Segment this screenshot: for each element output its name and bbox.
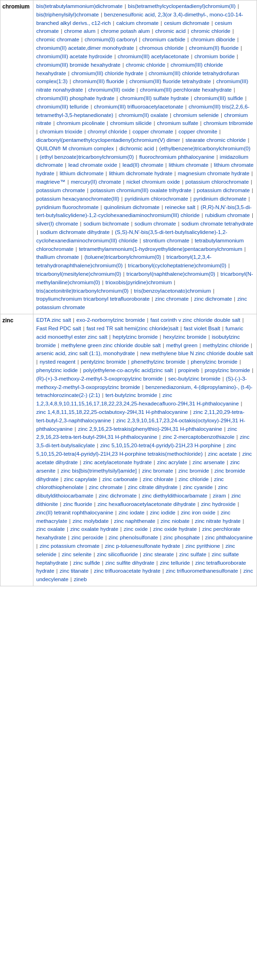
compound-link[interactable]: fast red TR salt hemi(zinc chloride)salt xyxy=(87,326,178,331)
compound-link[interactable]: lithium dichromate xyxy=(60,171,104,176)
compound-link[interactable]: zinc iodate xyxy=(119,510,145,515)
compound-link[interactable]: chromium(III) fluoride tetrahydrate xyxy=(129,78,211,84)
compound-link[interactable]: zinc phenolsulfonate xyxy=(109,535,158,540)
compound-link[interactable]: fast corinth v zinc chloride double salt xyxy=(150,317,240,323)
compound-link[interactable]: chromic acid xyxy=(155,28,186,34)
compound-link[interactable]: zinc nitrate hydrate xyxy=(195,518,241,524)
compound-link[interactable]: chromium trioxide xyxy=(40,129,82,134)
compound-link[interactable]: quinolinium dichromate xyxy=(104,204,160,210)
compound-link[interactable]: zinc naphthenate xyxy=(114,518,155,524)
compound-link[interactable]: zinc citrate dihydrate xyxy=(128,484,177,490)
compound-link[interactable]: zinc pyrithione xyxy=(185,543,220,549)
compound-link[interactable]: zinc trifluoromethanesulfonate xyxy=(166,568,238,574)
compound-link[interactable]: zinc bromate xyxy=(142,468,173,474)
compound-link[interactable]: zinc 2,9,16,23-tetrakis(phenylthio)-29H,… xyxy=(78,426,222,432)
compound-link[interactable]: zinc diethyldithiocarbamate xyxy=(142,493,208,498)
compound-link[interactable]: QUILON® M chromium complex xyxy=(36,146,114,151)
compound-link[interactable]: sodium dichromate dihydrate xyxy=(40,229,110,235)
compound-link[interactable]: lithium chromate xyxy=(169,162,209,168)
compound-link[interactable]: phenylzinc iodide xyxy=(36,367,78,373)
compound-link[interactable]: zinc oxide xyxy=(124,526,148,532)
compound-link[interactable]: chromium(III) fluoride xyxy=(73,78,124,84)
compound-link[interactable]: tricarbonyl(mesitylene)chromium(0) xyxy=(36,271,121,277)
compound-link[interactable]: zinc sulfate xyxy=(179,552,207,557)
compound-link[interactable]: chromium(III) phosphate hydrate xyxy=(36,95,114,101)
compound-link[interactable]: zinc arsenate xyxy=(193,459,225,465)
compound-link[interactable]: cesium dichromate xyxy=(164,20,209,26)
compound-link[interactable]: lead(II) chromate xyxy=(122,162,163,168)
compound-link[interactable]: zinc stearate xyxy=(143,552,174,557)
compound-link[interactable]: potassium chromium(III) oxalate trihydra… xyxy=(90,187,192,193)
compound-link[interactable]: zinc chromate xyxy=(89,484,123,490)
compound-link[interactable]: (toluene)tricarbonylchromium(0) xyxy=(84,254,161,260)
compound-link[interactable]: calcium chromate xyxy=(116,20,159,26)
compound-link[interactable]: chromium(III) trifluoroacetylacetonate xyxy=(94,104,184,109)
compound-link[interactable]: tetramethylammonium(1-hydroxyethylidene)… xyxy=(79,246,242,252)
compound-link[interactable]: zineb xyxy=(74,576,87,582)
compound-link[interactable]: chromium(III) telluride xyxy=(36,104,88,109)
compound-link[interactable]: chromium(III) sulfide xyxy=(194,95,243,101)
compound-link[interactable]: zinc 2-mercaptobenzothiazole xyxy=(162,434,234,440)
compound-link[interactable]: tris(benzoylacetonato)chromium xyxy=(134,288,211,294)
compound-link[interactable]: zinc 5,10,15,20-tetra(4-pyridyl)-21H,23 … xyxy=(100,443,221,448)
compound-link[interactable]: trioxobis(pyridine)chromium xyxy=(105,280,172,285)
compound-link[interactable]: rubidium chromate xyxy=(205,212,249,218)
compound-link[interactable]: zinc acetate xyxy=(208,451,237,457)
compound-link[interactable]: zinc(II) tetranit rophthalocyanine xyxy=(36,510,113,515)
compound-link[interactable]: chromium carbide xyxy=(142,37,185,42)
compound-link[interactable]: chromium(III) bromide hexahydrate xyxy=(36,62,120,68)
compound-link[interactable]: chromium(III) oxide xyxy=(88,87,135,93)
compound-link[interactable]: heptylzinc bromide xyxy=(112,334,158,340)
compound-link[interactable]: chromium(II) acetate,dimer monohydrate xyxy=(36,45,134,51)
compound-link[interactable]: mercury(II) chromate xyxy=(71,179,121,185)
compound-link[interactable]: zinc hexafluoroacetylacetonate dihydrate xyxy=(97,501,195,507)
compound-link[interactable]: pyridinium dichromate xyxy=(193,196,247,202)
compound-link[interactable]: fast violet Bsalt xyxy=(184,326,220,331)
compound-link[interactable]: lithium dichromate hydrate xyxy=(109,171,172,176)
compound-link[interactable]: EDTA zinc salt xyxy=(36,317,71,323)
compound-link[interactable]: zinc iron oxide xyxy=(181,510,216,515)
compound-link[interactable]: magnesium chromate hydrate xyxy=(178,171,249,176)
compound-link[interactable]: chromium picolinate xyxy=(56,120,104,126)
compound-link[interactable]: zinc telluride xyxy=(160,560,190,566)
compound-link[interactable]: zinc hydroxide xyxy=(201,501,236,507)
compound-link[interactable]: zinc dichromate xyxy=(194,296,232,302)
compound-link[interactable]: reinecke salt xyxy=(165,204,195,210)
compound-link[interactable]: chrome potash alum xyxy=(101,28,150,34)
compound-link[interactable]: silver(I) chromate xyxy=(36,221,78,226)
compound-link[interactable]: zinc bis[bis(trimethylsilyl)amide] xyxy=(61,468,137,474)
compound-link[interactable]: chromium(III) sulfate hydrate xyxy=(120,95,189,101)
compound-link[interactable]: zinc titanate xyxy=(60,568,88,574)
compound-link[interactable]: chromous chloride xyxy=(139,45,184,51)
compound-link[interactable]: sec-butylzinc bromide xyxy=(168,376,220,381)
compound-link[interactable]: hexylzinc bromide xyxy=(163,334,207,340)
compound-link[interactable]: stearate chromic chloride xyxy=(185,137,246,143)
compound-link[interactable]: propylzinc bromide xyxy=(205,367,250,373)
compound-link[interactable]: (ethyl benzoate)tricarbonylchromium(0) xyxy=(40,154,134,160)
compound-link[interactable]: chromium sulfate xyxy=(157,120,199,126)
compound-link[interactable]: tropyliumchromium tricarbonyl tetrafluor… xyxy=(36,296,150,302)
compound-link[interactable]: chromic chromate xyxy=(36,37,79,42)
compound-link[interactable]: zinc chlorate xyxy=(143,476,174,482)
compound-link[interactable]: (R)-(+)-3-methoxy-2-methyl-3-oxopropylzi… xyxy=(36,376,163,381)
compound-link[interactable]: chromic chloride xyxy=(191,28,231,34)
compound-link[interactable]: tricarbonyl(cycloheptatriene)chromium(0) xyxy=(128,263,226,268)
compound-link[interactable]: zinc oxalate hydrate xyxy=(70,526,118,532)
compound-link[interactable]: dichromic acid xyxy=(119,146,154,151)
compound-link[interactable]: tricarbonyl(naphthalene)chromium(0) xyxy=(127,271,216,277)
compound-link[interactable]: sodium chromate xyxy=(135,221,176,226)
compound-link[interactable]: chromium(III) chloride hydrate xyxy=(72,70,144,76)
compound-link[interactable]: zinc phosphate xyxy=(163,535,200,540)
compound-link[interactable]: pyridinium chlorochromate xyxy=(125,196,188,202)
compound-link[interactable]: tert-butylzinc bromide xyxy=(105,392,157,398)
compound-link[interactable]: chromium(II) oxalate xyxy=(119,112,168,118)
compound-link[interactable]: phenethylzinc bromide xyxy=(131,359,185,365)
compound-link[interactable]: nickel chromium oxide xyxy=(127,179,180,185)
compound-link[interactable]: new methylene blue N zinc chloride doubl… xyxy=(140,350,253,356)
compound-link[interactable]: thallium chromate xyxy=(36,254,79,260)
compound-link[interactable]: zinc peroxide xyxy=(72,535,104,540)
compound-link[interactable]: lead chromate oxide xyxy=(68,162,117,168)
compound-link[interactable]: zinc oxide hydrate xyxy=(153,526,197,532)
compound-link[interactable]: zinc silicofluoride xyxy=(97,552,138,557)
compound-link[interactable]: zinc caprylate xyxy=(64,476,97,482)
